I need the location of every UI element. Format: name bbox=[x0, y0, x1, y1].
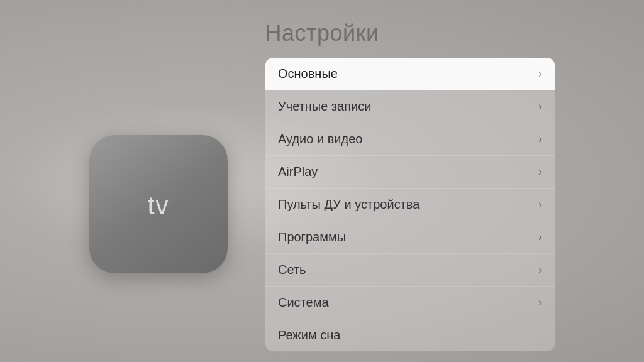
menu-item-label-remotes: Пульты ДУ и устройства bbox=[278, 197, 419, 212]
menu-item-label-sleep: Режим сна bbox=[278, 328, 340, 343]
chevron-icon-accounts: › bbox=[538, 100, 542, 113]
menu-item-label-accounts: Учетные записи bbox=[278, 99, 371, 114]
menu-item-label-system: Система bbox=[278, 295, 329, 310]
menu-item-label-programs: Программы bbox=[278, 230, 346, 244]
menu-item-label-network: Сеть bbox=[278, 263, 306, 277]
menu-item-airplay[interactable]: AirPlay› bbox=[265, 156, 555, 189]
menu-item-sleep[interactable]: Режим сна bbox=[265, 319, 555, 351]
chevron-icon-programs: › bbox=[538, 231, 542, 244]
chevron-icon-osnovnye: › bbox=[538, 67, 542, 80]
tv-label: tv bbox=[147, 192, 169, 220]
chevron-icon-network: › bbox=[538, 263, 542, 277]
menu-item-label-audio_video: Аудио и видео bbox=[278, 132, 362, 146]
chevron-icon-audio_video: › bbox=[538, 133, 542, 146]
apple-tv-logo: tv bbox=[89, 135, 228, 273]
chevron-icon-system: › bbox=[538, 296, 542, 309]
menu-item-network[interactable]: Сеть› bbox=[265, 254, 555, 287]
menu-item-accounts[interactable]: Учетные записи› bbox=[265, 90, 555, 123]
content-area: tv Основные›Учетные записи›Аудио и видео… bbox=[0, 47, 644, 362]
menu-item-label-airplay: AirPlay bbox=[278, 165, 318, 179]
menu-item-programs[interactable]: Программы› bbox=[265, 221, 555, 254]
menu-item-osnovnye[interactable]: Основные› bbox=[265, 58, 555, 90]
settings-menu: Основные›Учетные записи›Аудио и видео›Ai… bbox=[265, 58, 555, 351]
menu-item-remotes[interactable]: Пульты ДУ и устройства› bbox=[265, 189, 555, 221]
menu-item-label-osnovnye: Основные bbox=[278, 67, 338, 81]
menu-item-system[interactable]: Система› bbox=[265, 287, 555, 319]
chevron-icon-airplay: › bbox=[538, 165, 542, 178]
chevron-icon-remotes: › bbox=[538, 198, 542, 211]
page-title: Настройки bbox=[265, 20, 379, 47]
menu-item-audio_video[interactable]: Аудио и видео› bbox=[265, 123, 555, 156]
